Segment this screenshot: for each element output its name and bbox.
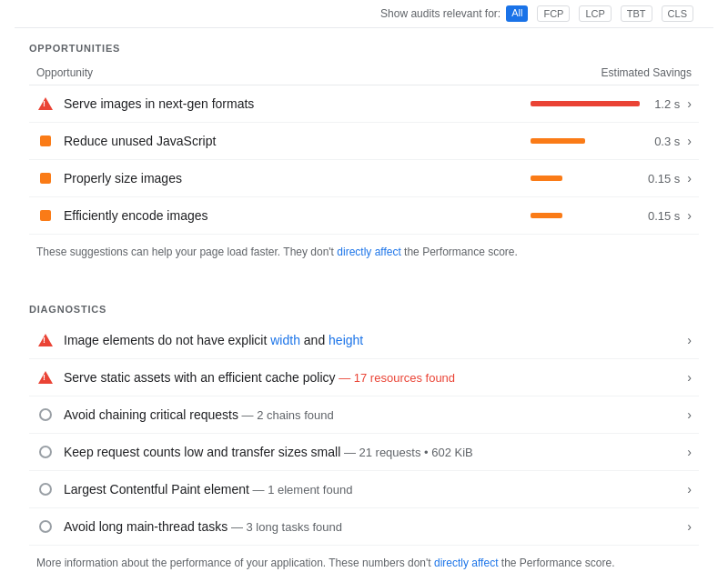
savings-value-efficiently-encode: 0.15 s — [647, 209, 680, 223]
opportunity-label-efficiently-encode: Efficiently encode images — [64, 208, 520, 223]
diagnostics-title: DIAGNOSTICS — [29, 304, 699, 315]
chevron-icon-cache[interactable]: › — [687, 370, 692, 385]
chevron-icon-lcp[interactable]: › — [687, 482, 692, 497]
circle-gray-icon-chaining — [36, 406, 55, 424]
diagnostic-label-request-counts: Keep request counts low and transfer siz… — [64, 445, 680, 459]
chaining-subtext: — 2 chains found — [238, 408, 334, 422]
request-counts-subtext: — 21 requests • 602 KiB — [340, 446, 472, 459]
lcp-subtext: — 1 element found — [249, 483, 352, 497]
chevron-icon-chaining[interactable]: › — [687, 407, 692, 422]
opportunity-row-serve-images[interactable]: Serve images in next-gen formats 1.2 s › — [29, 85, 699, 123]
opportunity-row-efficiently-encode[interactable]: Efficiently encode images 0.15 s › — [29, 197, 699, 235]
opportunities-title: OPPORTUNITIES — [29, 43, 699, 54]
opportunities-header: Opportunity Estimated Savings — [29, 61, 699, 85]
circle-gray-icon-request-counts — [36, 443, 55, 461]
diagnostic-label-image-dimensions: Image elements do not have explicit widt… — [64, 333, 680, 347]
badge-cls[interactable]: CLS — [662, 5, 693, 22]
diagnostic-row-image-dimensions[interactable]: Image elements do not have explicit widt… — [29, 322, 699, 359]
savings-bar-reduce-js — [531, 138, 585, 144]
triangle-red-icon-image-dims — [36, 331, 55, 349]
savings-value-serve-images: 1.2 s — [647, 97, 680, 111]
top-bar-label: Show audits relevant for: — [380, 7, 500, 20]
long-tasks-subtext: — 3 long tasks found — [228, 520, 342, 534]
savings-bar-container-reduce-js — [531, 138, 640, 144]
badge-all[interactable]: All — [506, 5, 528, 22]
top-bar-badges: All FCP LCP TBT CLS — [506, 5, 699, 22]
header-opportunity: Opportunity — [36, 66, 93, 79]
savings-bar — [531, 101, 640, 106]
diagnostics-footer-note: More information about the performance o… — [29, 546, 699, 572]
opportunity-label-properly-size: Properly size images — [64, 171, 520, 186]
opportunities-footer-link[interactable]: directly affect — [337, 246, 400, 258]
opportunity-label-serve-images: Serve images in next-gen formats — [64, 96, 520, 111]
savings-bar-container — [531, 101, 640, 106]
chevron-icon-reduce-js[interactable]: › — [687, 134, 692, 148]
chevron-icon-efficiently-encode[interactable]: › — [687, 208, 692, 223]
savings-value-reduce-js: 0.3 s — [647, 135, 680, 148]
diagnostic-label-long-tasks: Avoid long main-thread tasks — 3 long ta… — [64, 519, 680, 534]
opportunities-footer-note: These suggestions can help your page loa… — [29, 235, 699, 275]
opportunity-row-properly-size[interactable]: Properly size images 0.15 s › — [29, 160, 699, 197]
chevron-icon-image-dims[interactable]: › — [687, 333, 692, 347]
savings-bar-container-properly-size — [531, 176, 640, 181]
chevron-icon-properly-size[interactable]: › — [687, 171, 692, 186]
savings-bar-properly-size — [531, 176, 562, 181]
chevron-icon-long-tasks[interactable]: › — [687, 519, 692, 534]
opportunity-savings-reduce-js: 0.3 s — [531, 135, 680, 148]
badge-tbt[interactable]: TBT — [621, 5, 652, 22]
header-savings: Estimated Savings — [602, 66, 692, 79]
badge-fcp[interactable]: FCP — [537, 5, 570, 22]
savings-value-properly-size: 0.15 s — [647, 172, 680, 186]
triangle-red-icon-cache — [36, 368, 55, 386]
opportunity-savings-efficiently-encode: 0.15 s — [531, 209, 680, 223]
opportunity-savings-serve-images: 1.2 s — [531, 97, 680, 111]
chevron-icon-serve-images[interactable]: › — [687, 96, 692, 111]
opportunity-row-reduce-js[interactable]: Reduce unused JavaScript 0.3 s › — [29, 123, 699, 160]
opportunity-label-reduce-js: Reduce unused JavaScript — [64, 134, 520, 148]
square-orange-icon-efficiently-encode — [36, 206, 55, 225]
diagnostics-section: DIAGNOSTICS Image elements do not have e… — [15, 289, 713, 572]
top-bar: Show audits relevant for: All FCP LCP TB… — [15, 0, 713, 28]
diagnostic-row-long-tasks[interactable]: Avoid long main-thread tasks — 3 long ta… — [29, 508, 699, 546]
opportunities-section: OPPORTUNITIES Opportunity Estimated Savi… — [15, 28, 713, 275]
diagnostic-row-request-counts[interactable]: Keep request counts low and transfer siz… — [29, 434, 699, 471]
cache-policy-subtext: — 17 resources found — [336, 371, 456, 385]
square-orange-icon-properly-size — [36, 169, 55, 187]
height-link[interactable]: height — [329, 333, 363, 347]
diagnostic-label-lcp: Largest Contentful Paint element — 1 ele… — [64, 482, 680, 497]
badge-lcp[interactable]: LCP — [579, 5, 611, 22]
chevron-icon-request-counts[interactable]: › — [687, 445, 692, 459]
circle-gray-icon-lcp — [36, 480, 55, 498]
diagnostic-row-cache-policy[interactable]: Serve static assets with an efficient ca… — [29, 359, 699, 396]
diagnostic-label-cache-policy: Serve static assets with an efficient ca… — [64, 370, 680, 385]
diagnostic-row-chaining-requests[interactable]: Avoid chaining critical requests — 2 cha… — [29, 396, 699, 434]
savings-bar-efficiently-encode — [531, 213, 562, 218]
circle-gray-icon-long-tasks — [36, 517, 55, 536]
opportunity-savings-properly-size: 0.15 s — [531, 172, 680, 186]
square-orange-icon-reduce-js — [36, 132, 55, 150]
diagnostics-footer-link[interactable]: directly affect — [434, 557, 498, 569]
savings-bar-container-efficiently-encode — [531, 213, 640, 218]
width-link[interactable]: width — [270, 333, 300, 347]
triangle-red-icon — [36, 95, 55, 113]
diagnostic-label-chaining-requests: Avoid chaining critical requests — 2 cha… — [64, 407, 680, 422]
diagnostic-row-lcp[interactable]: Largest Contentful Paint element — 1 ele… — [29, 471, 699, 508]
